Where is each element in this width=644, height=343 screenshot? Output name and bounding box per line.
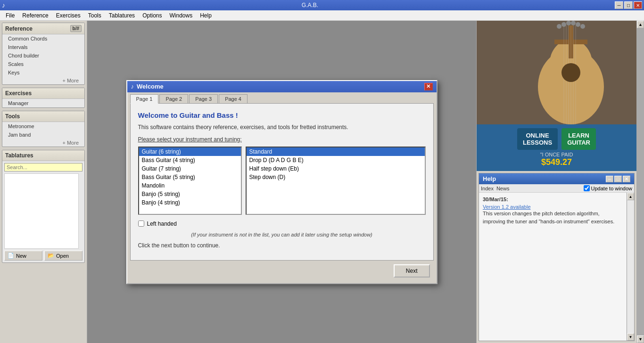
new-icon: 📄 bbox=[8, 253, 14, 259]
dialog-overlay: ♪ Welcome ✕ Page 1 Page 2 Page 3 Page 4 … bbox=[87, 21, 476, 343]
help-title: Help bbox=[483, 175, 496, 182]
dialog-tab-page1[interactable]: Page 1 bbox=[130, 94, 159, 104]
tuning-drop-d[interactable]: Drop D (D A D G B E) bbox=[247, 156, 425, 164]
reference-header[interactable]: Reference b/# bbox=[2, 23, 84, 34]
help-minimize-btn[interactable]: ─ bbox=[606, 176, 613, 182]
main-scrollbar: ▲ ▼ bbox=[636, 21, 644, 343]
dialog-tab-page4[interactable]: Page 4 bbox=[219, 94, 248, 103]
svg-point-13 bbox=[561, 22, 566, 27]
instrument-banjo-4[interactable]: Banjo (4 string) bbox=[139, 198, 241, 207]
reference-section: Reference b/# Common Chords Intervals Ch… bbox=[2, 23, 85, 85]
main-layout: Reference b/# Common Chords Intervals Ch… bbox=[0, 21, 644, 343]
left-handed-row: Left handed bbox=[138, 220, 426, 227]
menu-reference[interactable]: Reference bbox=[18, 11, 52, 20]
dialog-content: Welcome to Guitar and Bass ! This softwa… bbox=[130, 103, 434, 261]
left-handed-label[interactable]: Left handed bbox=[147, 220, 177, 227]
learn-guitar-ad[interactable]: LEARNGUITAR bbox=[561, 128, 596, 150]
tuning-list[interactable]: Standard Drop D (D A D G B E) Half step … bbox=[246, 147, 426, 215]
tab-search-area: 📄 New 📂 Open bbox=[2, 161, 84, 262]
help-update-checkbox: Update to window bbox=[584, 185, 632, 191]
menu-tablatures[interactable]: Tablatures bbox=[105, 11, 139, 20]
minimize-btn[interactable]: ─ bbox=[615, 1, 623, 9]
reference-more[interactable]: + More bbox=[2, 77, 84, 84]
sidebar-item-keys[interactable]: Keys bbox=[2, 68, 84, 77]
sidebar-item-common-chords[interactable]: Common Chords bbox=[2, 34, 84, 43]
instrument-bass-4[interactable]: Bass Guitar (4 string) bbox=[139, 156, 241, 164]
help-tab-index[interactable]: Index bbox=[481, 186, 494, 191]
sidebar-item-jam-band[interactable]: Jam band bbox=[2, 131, 84, 139]
menu-windows[interactable]: Windows bbox=[165, 11, 196, 20]
bsharp-btn[interactable]: b/# bbox=[70, 25, 82, 32]
left-handed-checkbox[interactable] bbox=[138, 220, 144, 227]
instrument-tuning-lists: Guitar (6 string) Bass Guitar (4 string)… bbox=[138, 147, 426, 215]
instrument-bass-5[interactable]: Bass Guitar (5 string) bbox=[139, 173, 241, 181]
exercises-header[interactable]: Exercises bbox=[2, 88, 84, 99]
window-controls: ─ □ ✕ bbox=[615, 1, 642, 9]
instrument-guitar-7[interactable]: Guitar (7 string) bbox=[139, 164, 241, 173]
svg-point-15 bbox=[571, 21, 576, 25]
tuning-step-down[interactable]: Step down (D) bbox=[247, 173, 425, 181]
menu-file[interactable]: File bbox=[2, 11, 18, 20]
main-scroll-up[interactable]: ▲ bbox=[637, 21, 644, 28]
restore-btn[interactable]: □ bbox=[624, 1, 633, 9]
instrument-banjo-5[interactable]: Banjo (5 string) bbox=[139, 190, 241, 198]
help-tab-news[interactable]: News bbox=[496, 186, 510, 191]
sidebar-item-metronome[interactable]: Metronome bbox=[2, 122, 84, 131]
instrument-mandolin[interactable]: Mandolin bbox=[139, 181, 241, 190]
online-lessons-ad[interactable]: ONLINELESSONS bbox=[517, 128, 558, 150]
tablatures-header[interactable]: Tablatures bbox=[2, 150, 84, 161]
dialog-footer: Next bbox=[127, 261, 437, 283]
help-close-btn[interactable]: ✕ bbox=[623, 176, 630, 182]
update-checkbox[interactable] bbox=[584, 185, 590, 191]
sidebar: Reference b/# Common Chords Intervals Ch… bbox=[0, 21, 87, 343]
dialog-close-btn[interactable]: ✕ bbox=[424, 83, 433, 90]
open-button[interactable]: 📂 Open bbox=[44, 251, 83, 261]
scrollbar-track[interactable] bbox=[627, 200, 634, 333]
sidebar-item-scales[interactable]: Scales bbox=[2, 60, 84, 68]
help-restore-btn[interactable]: □ bbox=[614, 176, 622, 182]
search-input[interactable] bbox=[4, 163, 83, 172]
menu-bar: File Reference Exercises Tools Tablature… bbox=[0, 10, 644, 21]
content-area: ♪ Welcome ✕ Page 1 Page 2 Page 3 Page 4 … bbox=[87, 21, 476, 343]
next-button[interactable]: Next bbox=[394, 264, 430, 278]
tablatures-section: Tablatures 📄 New 📂 Open bbox=[2, 150, 85, 263]
tools-more[interactable]: + More bbox=[2, 139, 84, 147]
scrollbar-down-btn[interactable]: ▼ bbox=[627, 333, 634, 341]
title-bar: ♪ G.A.B. ─ □ ✕ bbox=[0, 0, 644, 10]
ad-price: $549.27 bbox=[480, 157, 633, 167]
scrollbar-up-btn[interactable]: ▲ bbox=[627, 193, 634, 200]
svg-point-14 bbox=[566, 21, 571, 25]
instrument-list[interactable]: Guitar (6 string) Bass Guitar (4 string)… bbox=[138, 147, 242, 215]
main-scroll-track[interactable] bbox=[637, 28, 644, 335]
menu-tools[interactable]: Tools bbox=[84, 11, 105, 20]
menu-help[interactable]: Help bbox=[196, 11, 215, 20]
dialog-tab-page2[interactable]: Page 2 bbox=[159, 94, 188, 103]
close-btn[interactable]: ✕ bbox=[634, 1, 642, 9]
help-panel: Help ─ □ ✕ Index News Update to window 3… bbox=[479, 173, 635, 341]
welcome-text: This software contains theory reference,… bbox=[138, 124, 426, 131]
main-scroll-down[interactable]: ▼ bbox=[637, 335, 644, 343]
svg-point-17 bbox=[580, 24, 585, 29]
tools-header[interactable]: Tools bbox=[2, 111, 84, 122]
help-tabs: Index News Update to window bbox=[479, 184, 634, 193]
help-header: Help ─ □ ✕ bbox=[479, 173, 634, 184]
dialog-note: (If your instrument is not in the list, … bbox=[138, 232, 426, 237]
guitar-image bbox=[477, 21, 636, 124]
sidebar-item-chord-builder[interactable]: Chord builder bbox=[2, 51, 84, 60]
update-label[interactable]: Update to window bbox=[591, 186, 632, 191]
tab-bottom-btns: 📄 New 📂 Open bbox=[4, 251, 83, 261]
help-news-text: This version changes the pitch detection… bbox=[483, 210, 623, 225]
help-content: 30/Mar/15: Version 1.2 available This ve… bbox=[479, 193, 627, 341]
dialog-tab-page3[interactable]: Page 3 bbox=[189, 94, 218, 103]
tuning-standard[interactable]: Standard bbox=[247, 147, 425, 156]
instrument-guitar-6[interactable]: Guitar (6 string) bbox=[139, 147, 241, 156]
sidebar-item-manager[interactable]: Manager bbox=[2, 99, 84, 107]
help-news-link[interactable]: Version 1.2 available bbox=[483, 204, 531, 210]
sidebar-item-intervals[interactable]: Intervals bbox=[2, 43, 84, 51]
tab-thumbnail bbox=[4, 173, 79, 249]
menu-exercises[interactable]: Exercises bbox=[52, 11, 84, 20]
new-button[interactable]: 📄 New bbox=[4, 251, 42, 261]
svg-point-11 bbox=[561, 63, 580, 82]
menu-options[interactable]: Options bbox=[139, 11, 165, 20]
tuning-half-step[interactable]: Half step down (Eb) bbox=[247, 164, 425, 173]
